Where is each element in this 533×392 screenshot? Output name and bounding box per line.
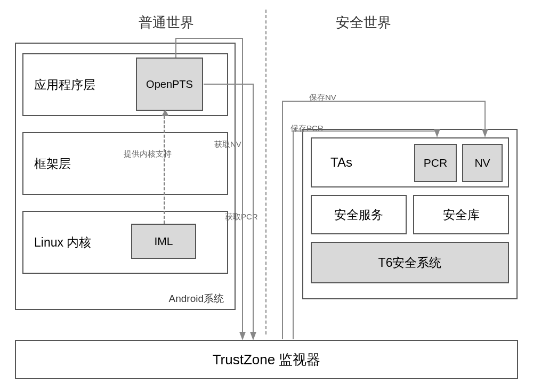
title-secure-world: 安全世界 (336, 13, 391, 32)
iml-box: IML (131, 224, 196, 259)
arrow-iml-to-openpts (164, 111, 165, 224)
nv-box: NV (462, 144, 503, 182)
label-save-pcr: 保存PCR (290, 124, 324, 134)
kernel-label: Linux 内核 (34, 234, 91, 251)
framework-layer: 框架层 (22, 132, 228, 195)
trustzone-monitor: TrustZone 监视器 (15, 340, 518, 379)
label-save-nv: 保存NV (309, 93, 336, 103)
secure-world-box: TAs PCR NV 安全服务 安全库 T6安全系统 (302, 129, 518, 299)
world-divider (265, 10, 266, 334)
security-service-box: 安全服务 (311, 195, 407, 234)
app-layer-label: 应用程序层 (34, 77, 95, 93)
openpts-box: OpenPTS (136, 58, 203, 111)
label-get-pcr: 获取PCR (225, 212, 258, 222)
framework-label: 框架层 (34, 156, 71, 172)
service-row: 安全服务 安全库 (311, 195, 509, 234)
security-lib-box: 安全库 (413, 195, 509, 234)
label-kernel-support: 提供内核支持 (124, 149, 172, 159)
tas-row: TAs PCR NV (311, 137, 509, 187)
diagram-container: 普通世界 安全世界 Android系统 应用程序层 OpenPTS 框架层 Li… (0, 0, 533, 392)
label-get-nv: 获取NV (214, 140, 241, 150)
pcr-box: PCR (414, 144, 457, 182)
android-label: Android系统 (169, 292, 224, 306)
linux-kernel-layer: Linux 内核 (22, 211, 228, 274)
t6-system-box: T6安全系统 (311, 242, 509, 283)
tas-label: TAs (330, 155, 352, 170)
title-normal-world: 普通世界 (139, 13, 194, 32)
